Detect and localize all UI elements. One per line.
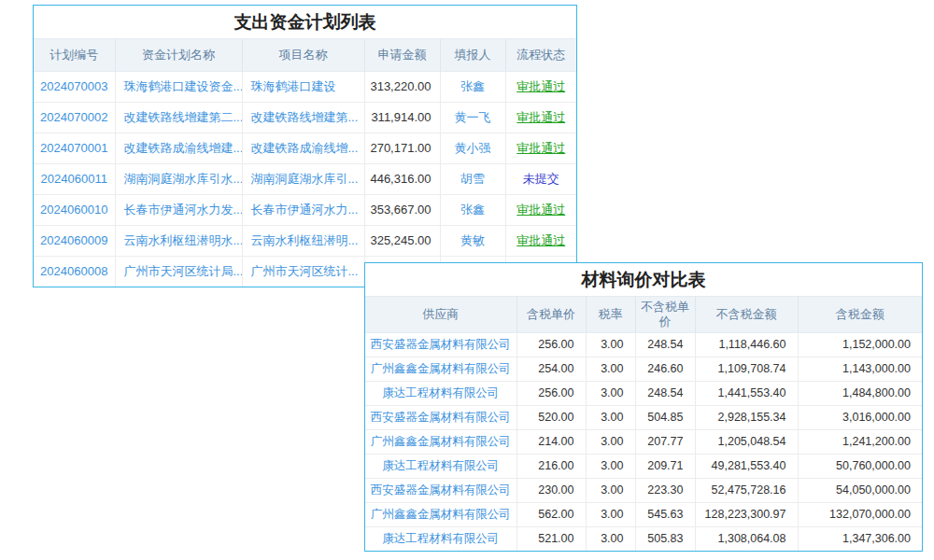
tax-incl-amount-cell: 132,070,000.00 xyxy=(798,502,922,526)
tax-rate-cell: 3.00 xyxy=(586,381,635,405)
material-quote-table: 供应商含税单价税率不含税单价不含税金额含税金额 西安盛器金属材料有限公司256.… xyxy=(365,297,922,551)
workflow-status-badge[interactable]: 审批通过 xyxy=(505,194,576,225)
quote-table-row: 广州鑫鑫金属材料有限公司254.003.00246.601,109,708.74… xyxy=(365,357,922,381)
plan-table-row: 2024070001改建铁路成渝线增建...改建铁路成渝线增...270,171… xyxy=(34,133,576,163)
workflow-status-badge[interactable]: 审批通过 xyxy=(505,71,576,102)
column-header-3: 不含税单价 xyxy=(635,297,695,332)
page-background: 支出资金计划列表 计划编号资金计划名称项目名称申请金额填报人流程状态 20240… xyxy=(0,0,934,560)
supplier-link[interactable]: 西安盛器金属材料有限公司 xyxy=(365,405,517,429)
quote-table-row: 西安盛器金属材料有限公司230.003.00223.3052,475,728.1… xyxy=(365,478,922,502)
tax-excl-amount-cell: 2,928,155.34 xyxy=(695,405,798,429)
reporter-link[interactable]: 张鑫 xyxy=(440,194,505,225)
tax-incl-unit-price-cell: 230.00 xyxy=(517,478,586,502)
tax-excl-amount-cell: 1,205,048.54 xyxy=(695,429,798,454)
project-name-link[interactable]: 改建铁路成渝线增... xyxy=(242,133,364,163)
tax-incl-amount-cell: 1,241,200.00 xyxy=(798,429,922,454)
workflow-status-badge[interactable]: 未提交 xyxy=(505,163,576,194)
tax-incl-unit-price-cell: 214.00 xyxy=(517,429,586,454)
tax-incl-amount-cell: 1,143,000.00 xyxy=(798,357,922,381)
reporter-link[interactable]: 黄小强 xyxy=(440,133,505,163)
tax-excl-amount-cell: 49,281,553.40 xyxy=(695,454,798,478)
supplier-link[interactable]: 广州鑫鑫金属材料有限公司 xyxy=(365,502,517,526)
tax-rate-cell: 3.00 xyxy=(586,405,635,429)
project-name-link[interactable]: 珠海鹤港口建设 xyxy=(242,71,364,102)
project-name-link[interactable]: 广州市天河区统计... xyxy=(242,256,364,287)
plan-name-link[interactable]: 珠海鹤港口建设资金... xyxy=(115,71,242,102)
plan-id-link[interactable]: 2024070002 xyxy=(34,102,115,133)
workflow-status-badge[interactable]: 审批通过 xyxy=(505,225,576,256)
plan-id-link[interactable]: 2024060009 xyxy=(34,225,115,256)
column-header-5: 含税金额 xyxy=(798,297,922,332)
supplier-link[interactable]: 西安盛器金属材料有限公司 xyxy=(365,332,517,357)
tax-excl-unit-price-cell: 223.30 xyxy=(635,478,695,502)
tax-incl-amount-cell: 1,152,000.00 xyxy=(798,332,922,357)
workflow-status-badge[interactable]: 审批通过 xyxy=(505,102,576,133)
request-amount-cell: 270,171.00 xyxy=(364,133,440,163)
tax-rate-cell: 3.00 xyxy=(586,454,635,478)
tax-excl-unit-price-cell: 207.77 xyxy=(635,429,695,454)
supplier-link[interactable]: 康达工程材料有限公司 xyxy=(365,526,517,551)
tax-incl-amount-cell: 54,050,000.00 xyxy=(798,478,922,502)
tax-rate-cell: 3.00 xyxy=(586,526,635,551)
tax-incl-amount-cell: 50,760,000.00 xyxy=(798,454,922,478)
column-header-2: 项目名称 xyxy=(242,39,364,71)
request-amount-cell: 313,220.00 xyxy=(364,71,440,102)
tax-rate-cell: 3.00 xyxy=(586,429,635,454)
plan-name-link[interactable]: 云南水利枢纽潜明水... xyxy=(115,225,242,256)
supplier-link[interactable]: 西安盛器金属材料有限公司 xyxy=(365,478,517,502)
tax-rate-cell: 3.00 xyxy=(586,332,635,357)
project-name-link[interactable]: 湖南洞庭湖水库引... xyxy=(242,163,364,194)
column-header-0: 计划编号 xyxy=(34,39,115,71)
reporter-link[interactable]: 胡雪 xyxy=(440,163,505,194)
column-header-5: 流程状态 xyxy=(505,39,576,71)
project-name-link[interactable]: 改建铁路线增建第... xyxy=(242,102,364,133)
tax-incl-unit-price-cell: 562.00 xyxy=(517,502,586,526)
plan-table-row: 2024060010长春市伊通河水力发...长春市伊通河水力...353,667… xyxy=(34,194,576,225)
workflow-status-badge[interactable]: 审批通过 xyxy=(505,133,576,163)
material-quote-table-title: 材料询价对比表 xyxy=(365,263,922,297)
request-amount-cell: 446,316.00 xyxy=(364,163,440,194)
quote-table-row: 康达工程材料有限公司216.003.00209.7149,281,553.405… xyxy=(365,454,922,478)
reporter-link[interactable]: 黄敏 xyxy=(440,225,505,256)
tax-incl-unit-price-cell: 256.00 xyxy=(517,332,586,357)
supplier-link[interactable]: 康达工程材料有限公司 xyxy=(365,454,517,478)
plan-table-row: 2024070002改建铁路线增建第二...改建铁路线增建第...311,914… xyxy=(34,102,576,133)
project-name-link[interactable]: 云南水利枢纽潜明... xyxy=(242,225,364,256)
plan-name-link[interactable]: 湖南洞庭湖水库引水... xyxy=(115,163,242,194)
plan-table-header-row: 计划编号资金计划名称项目名称申请金额填报人流程状态 xyxy=(34,39,576,71)
tax-incl-unit-price-cell: 521.00 xyxy=(517,526,586,551)
plan-name-link[interactable]: 改建铁路线增建第二... xyxy=(115,102,242,133)
reporter-link[interactable]: 张鑫 xyxy=(440,71,505,102)
plan-name-link[interactable]: 改建铁路成渝线增建... xyxy=(115,133,242,163)
tax-excl-unit-price-cell: 246.60 xyxy=(635,357,695,381)
quote-table-row: 康达工程材料有限公司256.003.00248.541,441,553.401,… xyxy=(365,381,922,405)
plan-id-link[interactable]: 2024060011 xyxy=(34,163,115,194)
plan-table-row: 2024060011湖南洞庭湖水库引水...湖南洞庭湖水库引...446,316… xyxy=(34,163,576,194)
tax-incl-amount-cell: 3,016,000.00 xyxy=(798,405,922,429)
project-name-link[interactable]: 长春市伊通河水力... xyxy=(242,194,364,225)
tax-excl-amount-cell: 128,223,300.97 xyxy=(695,502,798,526)
tax-excl-unit-price-cell: 505.83 xyxy=(635,526,695,551)
tax-excl-amount-cell: 1,441,553.40 xyxy=(695,381,798,405)
tax-excl-unit-price-cell: 504.85 xyxy=(635,405,695,429)
tax-excl-unit-price-cell: 545.63 xyxy=(635,502,695,526)
plan-id-link[interactable]: 2024060010 xyxy=(34,194,115,225)
plan-id-link[interactable]: 2024070003 xyxy=(34,71,115,102)
column-header-4: 不含税金额 xyxy=(695,297,798,332)
supplier-link[interactable]: 广州鑫鑫金属材料有限公司 xyxy=(365,357,517,381)
tax-incl-unit-price-cell: 254.00 xyxy=(517,357,586,381)
supplier-link[interactable]: 康达工程材料有限公司 xyxy=(365,381,517,405)
plan-name-link[interactable]: 广州市天河区统计局... xyxy=(115,256,242,287)
tax-incl-unit-price-cell: 256.00 xyxy=(517,381,586,405)
reporter-link[interactable]: 黄一飞 xyxy=(440,102,505,133)
plan-table-row: 2024070003珠海鹤港口建设资金...珠海鹤港口建设313,220.00张… xyxy=(34,71,576,102)
column-header-3: 申请金额 xyxy=(364,39,440,71)
expenditure-plan-table-title: 支出资金计划列表 xyxy=(34,6,576,39)
tax-incl-unit-price-cell: 520.00 xyxy=(517,405,586,429)
tax-rate-cell: 3.00 xyxy=(586,357,635,381)
plan-id-link[interactable]: 2024060008 xyxy=(34,256,115,287)
supplier-link[interactable]: 广州鑫鑫金属材料有限公司 xyxy=(365,429,517,454)
plan-id-link[interactable]: 2024070001 xyxy=(34,133,115,163)
plan-name-link[interactable]: 长春市伊通河水力发... xyxy=(115,194,242,225)
tax-incl-amount-cell: 1,347,306.00 xyxy=(798,526,922,551)
